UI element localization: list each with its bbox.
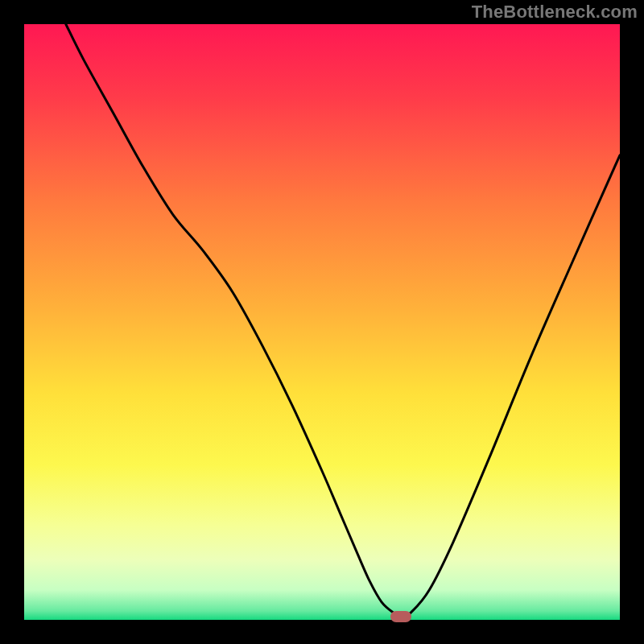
chart-stage: TheBottleneck.com bbox=[0, 0, 644, 644]
chart-svg bbox=[0, 0, 644, 644]
